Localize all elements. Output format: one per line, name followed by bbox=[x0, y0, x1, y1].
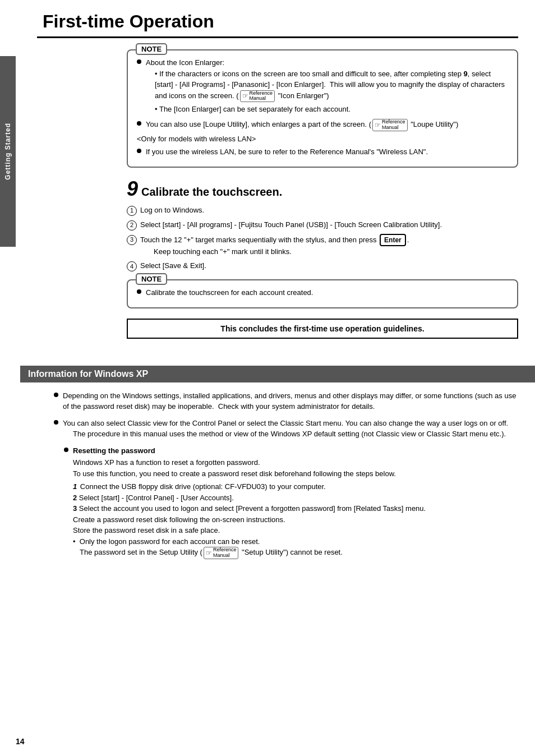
ref-icon-3: ☞ReferenceManual bbox=[204, 547, 239, 559]
info-item2-text: You can also select Classic view for the… bbox=[63, 418, 524, 440]
resetting-bullet1: • Only the logon password for each accou… bbox=[73, 536, 524, 547]
bullet-icon-r bbox=[64, 448, 68, 452]
note2-list: Calibrate the touchscreen for each accou… bbox=[137, 287, 508, 298]
info-item2-sub: The procedure in this manual uses the me… bbox=[73, 430, 506, 438]
bullet-icon-i2 bbox=[54, 420, 58, 425]
info-list: Depending on the Windows settings, insta… bbox=[54, 390, 524, 440]
step9-sub1: 1 Log on to Windows. bbox=[127, 205, 518, 216]
note2-item: Calibrate the touchscreen for each accou… bbox=[137, 287, 508, 298]
note1-list: About the Icon Enlarger: If the characte… bbox=[137, 57, 508, 158]
note-label-1: NOTE bbox=[136, 43, 167, 55]
step9-sub3-text: Touch the 12 "+" target marks sequential… bbox=[140, 234, 518, 257]
sidebar-label: Getting Started bbox=[4, 123, 12, 180]
step9-sub1-num: 1 bbox=[127, 206, 137, 216]
step9-sub3-extra: Keep touching each "+" mark until it bli… bbox=[154, 246, 518, 257]
ref-icon-2: ☞ReferenceManual bbox=[372, 119, 408, 131]
info-item-1: Depending on the Windows settings, insta… bbox=[54, 390, 524, 412]
ref-icon-1: ☞ReferenceManual bbox=[240, 90, 275, 103]
resetting-line-3: Create a password reset disk following t… bbox=[73, 514, 524, 525]
info-item1-text: Depending on the Windows settings, insta… bbox=[63, 390, 524, 412]
bullet-icon-2 bbox=[137, 121, 141, 126]
resetting-list: Resetting the password Windows XP has a … bbox=[64, 445, 524, 559]
bullet-icon-4 bbox=[137, 149, 141, 153]
step9-sub1-text: Log on to Windows. bbox=[140, 205, 518, 216]
resetting-step3: 3 Select the account you used to logon a… bbox=[73, 503, 524, 514]
step9-sub2: 2 Select [start] - [All programs] - [Fuj… bbox=[127, 219, 518, 231]
resetting-content: Resetting the password Windows XP has a … bbox=[73, 445, 524, 559]
step9-sub4-text: Select [Save & Exit]. bbox=[140, 260, 518, 271]
step9-sub4: 4 Select [Save & Exit]. bbox=[127, 260, 518, 271]
bullet-icon-n2 bbox=[137, 289, 141, 294]
step9-sub3-num: 3 bbox=[127, 235, 137, 245]
info-item-2: You can also select Classic view for the… bbox=[54, 418, 524, 440]
concludes-text: This concludes the first-time use operat… bbox=[220, 324, 424, 333]
resetting-step2: 2 Select [start] - [Control Panel] - [Us… bbox=[73, 492, 524, 504]
page-number: 14 bbox=[16, 737, 25, 746]
note2-text: Calibrate the touchscreen for each accou… bbox=[146, 287, 508, 298]
note1-item1-text: About the Icon Enlarger: bbox=[146, 58, 224, 67]
resetting-line-4: Store the password reset disk in a safe … bbox=[73, 525, 524, 536]
info-section-title: Information for Windows XP bbox=[20, 366, 535, 382]
note-box-1: NOTE About the Icon Enlarger: If the cha… bbox=[127, 49, 518, 168]
info-content: Depending on the Windows settings, insta… bbox=[54, 390, 524, 559]
enter-key-box: Enter bbox=[380, 234, 406, 246]
step9-heading: 9 Calibrate the touchscreen. bbox=[127, 179, 518, 199]
step9-sub2-text: Select [start] - [All programs] - [Fujit… bbox=[140, 219, 518, 231]
sidebar: Getting Started bbox=[0, 56, 16, 247]
resetting-heading-item: Resetting the password Windows XP has a … bbox=[64, 445, 524, 559]
resetting-section: Resetting the password Windows XP has a … bbox=[64, 445, 524, 559]
note1-item3-text: <Only for models with wireless LAN> bbox=[137, 133, 508, 145]
step9-sub2-num: 2 bbox=[127, 220, 137, 231]
note1-item-4: If you use the wireless LAN, be sure to … bbox=[137, 146, 508, 158]
note1-item2-text: You can also use [Loupe Utility], which … bbox=[146, 119, 508, 131]
note1-item-2: You can also use [Loupe Utility], which … bbox=[137, 119, 508, 131]
note1-subitem-1: If the characters or icons on the screen… bbox=[155, 68, 508, 103]
note-box-2: NOTE Calibrate the touchscreen for each … bbox=[127, 279, 518, 308]
note-label-2: NOTE bbox=[136, 273, 167, 285]
resetting-line-2: To use this function, you need to create… bbox=[73, 468, 524, 480]
step9-title: Calibrate the touchscreen. bbox=[141, 186, 282, 199]
resetting-heading: Resetting the password bbox=[73, 445, 524, 457]
note1-item-1: About the Icon Enlarger: If the characte… bbox=[137, 57, 508, 117]
step9-sub4-num: 4 bbox=[127, 261, 137, 271]
concludes-box: This concludes the first-time use operat… bbox=[127, 319, 518, 339]
note1-subitem-2: The [Icon Enlarger] can be set separatel… bbox=[155, 104, 508, 115]
bullet-icon bbox=[137, 59, 141, 64]
note1-item-3: <Only for models with wireless LAN> bbox=[137, 133, 508, 145]
step9-number: 9 bbox=[127, 179, 138, 199]
note1-item4-text: If you use the wireless LAN, be sure to … bbox=[146, 146, 508, 158]
step9-substeps: 1 Log on to Windows. 2 Select [start] - … bbox=[127, 205, 518, 272]
page-title: First-time Operation bbox=[37, 11, 518, 38]
resetting-note1: The password set in the Setup Utility (☞… bbox=[80, 547, 524, 559]
step9-sub3: 3 Touch the 12 "+" target marks sequenti… bbox=[127, 234, 518, 257]
resetting-step1: 1 Connect the USB floppy disk drive (opt… bbox=[73, 481, 524, 492]
resetting-line-1: Windows XP has a function to reset a for… bbox=[73, 457, 524, 468]
bullet-icon-i1 bbox=[54, 393, 58, 397]
info-section-wrapper: Information for Windows XP Depending on … bbox=[20, 366, 535, 559]
